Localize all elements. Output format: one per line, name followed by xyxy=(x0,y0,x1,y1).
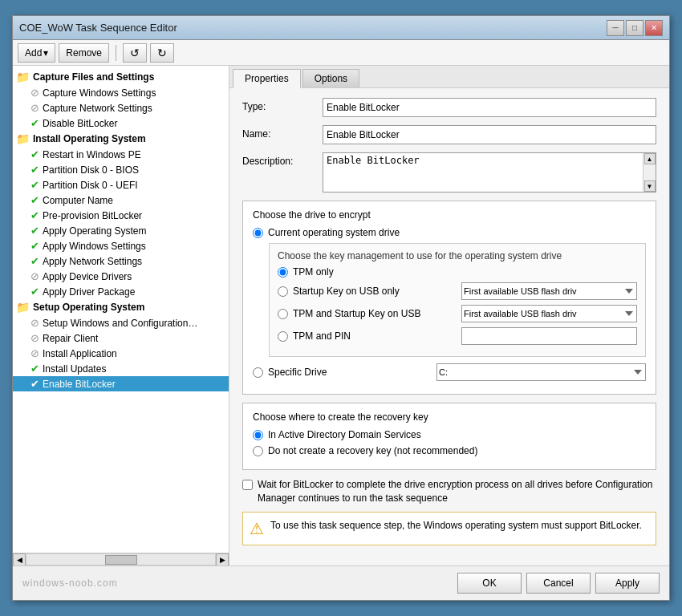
startup-key-usb-radio[interactable] xyxy=(278,286,288,297)
ok-button[interactable]: OK xyxy=(457,573,522,594)
tree-item-label: Enable BitLocker xyxy=(43,379,116,390)
no-recovery-radio[interactable] xyxy=(253,446,263,456)
tree-item-apply-driver-package[interactable]: ✔ Apply Driver Package xyxy=(13,284,229,299)
specific-drive-row: Specific Drive C: xyxy=(253,363,646,381)
scroll-track[interactable] xyxy=(26,553,216,565)
redo-icon: ↻ xyxy=(157,47,167,59)
name-input[interactable] xyxy=(323,125,656,144)
watermark: windows-noob.com xyxy=(22,578,118,589)
description-textarea[interactable] xyxy=(323,153,643,192)
tree-item-install-application[interactable]: ⊘ Install Application xyxy=(13,346,229,361)
tree-item-enable-bitlocker[interactable]: ✔ Enable BitLocker xyxy=(13,376,229,391)
no-recovery-label[interactable]: Do not create a recovery key (not recomm… xyxy=(268,445,477,456)
ok-label: OK xyxy=(482,578,496,589)
sb-down-btn[interactable]: ▼ xyxy=(644,180,656,192)
current-os-drive-label[interactable]: Current operating system drive xyxy=(268,227,400,238)
tpm-pin-input[interactable] xyxy=(461,327,637,345)
scroll-left-btn[interactable]: ◀ xyxy=(13,553,26,566)
sb-up-btn[interactable]: ▲ xyxy=(644,153,656,164)
tree-group-install-os-label: Install Operating System xyxy=(33,133,146,144)
status-icon-green: ✔ xyxy=(30,179,39,191)
left-panel: 📁 Capture Files and Settings ⊘ Capture W… xyxy=(13,66,229,565)
tree-item-install-updates[interactable]: ✔ Install Updates xyxy=(13,361,229,376)
tree-item-label: Apply Operating System xyxy=(43,225,146,237)
tpm-only-radio[interactable] xyxy=(278,267,288,278)
tree-item-apply-network-settings[interactable]: ✔ Apply Network Settings xyxy=(13,253,229,269)
tree-item-capture-windows[interactable]: ⊘ Capture Windows Settings xyxy=(13,85,229,100)
tree-item-label: Pre-provision BitLocker xyxy=(43,210,142,221)
type-input[interactable] xyxy=(323,98,656,117)
tab-properties[interactable]: Properties xyxy=(233,69,301,88)
tree-item-repair-client[interactable]: ⊘ Repair Client xyxy=(13,330,229,346)
maximize-button[interactable]: □ xyxy=(626,20,643,36)
tree-item-restart-pe[interactable]: ✔ Restart in Windows PE xyxy=(13,147,229,162)
tree-group-setup-os[interactable]: 📁 Setup Operating System xyxy=(13,299,229,315)
status-icon-gray: ⊘ xyxy=(30,102,39,114)
tree-item-partition-uefi[interactable]: ✔ Partition Disk 0 - UEFI xyxy=(13,177,229,192)
tab-properties-label: Properties xyxy=(245,73,289,84)
key-mgmt-sub-section: Choose the key management to use for the… xyxy=(269,243,646,357)
tree-item-partition-bios[interactable]: ✔ Partition Disk 0 - BIOS xyxy=(13,162,229,177)
undo-button[interactable]: ↺ xyxy=(123,43,147,63)
status-icon-green: ✔ xyxy=(30,255,39,267)
tpm-startup-usb-select[interactable]: First available USB flash driv xyxy=(461,305,637,322)
tree-item-label: Repair Client xyxy=(43,333,98,344)
specific-drive-label[interactable]: Specific Drive xyxy=(268,367,436,378)
current-os-drive-radio[interactable] xyxy=(253,228,263,238)
add-button[interactable]: Add ▾ xyxy=(18,43,55,63)
close-button[interactable]: ✕ xyxy=(645,20,663,36)
warning-row: ⚠ To use this task sequence step, the Wi… xyxy=(242,512,656,545)
specific-drive-radio[interactable] xyxy=(253,367,263,378)
add-label: Add xyxy=(25,47,42,59)
tree-item-setup-windows[interactable]: ⊘ Setup Windows and Configuration… xyxy=(13,315,229,330)
tab-options[interactable]: Options xyxy=(302,69,359,87)
tpm-only-row: TPM only xyxy=(278,266,637,278)
right-panel: Properties Options Type: Name: xyxy=(229,66,669,565)
tree-item-preprovision-bitlocker[interactable]: ✔ Pre-provision BitLocker xyxy=(13,208,229,223)
status-icon-gray: ⊘ xyxy=(30,87,39,99)
tree-item-apply-os[interactable]: ✔ Apply Operating System xyxy=(13,223,229,238)
description-textarea-wrap: ▲ ▼ xyxy=(323,152,656,192)
left-scrollbar[interactable]: ◀ ▶ xyxy=(13,553,229,565)
minimize-button[interactable]: ─ xyxy=(607,20,624,36)
tpm-startup-usb-radio[interactable] xyxy=(278,309,288,319)
active-directory-label[interactable]: In Active Directory Domain Services xyxy=(268,429,421,440)
remove-button[interactable]: Remove xyxy=(59,43,109,63)
redo-button[interactable]: ↻ xyxy=(150,43,174,63)
scroll-right-btn[interactable]: ▶ xyxy=(216,553,229,566)
tree-item-label: Apply Driver Package xyxy=(43,286,135,298)
tree-item-apply-device-drivers[interactable]: ⊘ Apply Device Drivers xyxy=(13,269,229,284)
name-label: Name: xyxy=(242,125,323,140)
tree-item-apply-windows-settings[interactable]: ✔ Apply Windows Settings xyxy=(13,238,229,253)
bottom-buttons: OK Cancel Apply xyxy=(457,573,660,594)
no-recovery-row: Do not create a recovery key (not recomm… xyxy=(253,445,646,456)
wait-checkbox[interactable] xyxy=(242,480,253,490)
startup-key-usb-row: Startup Key on USB only First available … xyxy=(278,282,637,300)
specific-drive-select[interactable]: C: xyxy=(436,363,646,381)
startup-key-usb-select[interactable]: First available USB flash driv xyxy=(461,282,637,300)
properties-panel: Type: Name: Description: ▲ xyxy=(229,88,669,565)
startup-key-usb-label[interactable]: Startup Key on USB only xyxy=(293,286,461,297)
tree-item-capture-network[interactable]: ⊘ Capture Network Settings xyxy=(13,100,229,116)
tpm-pin-label[interactable]: TPM and PIN xyxy=(293,330,461,342)
tree-item-disable-bitlocker[interactable]: ✔ Disable BitLocker xyxy=(13,116,229,131)
tree-item-computer-name[interactable]: ✔ Computer Name xyxy=(13,192,229,208)
tree-area[interactable]: 📁 Capture Files and Settings ⊘ Capture W… xyxy=(13,66,229,553)
tree-group-install-os[interactable]: 📁 Install Operating System xyxy=(13,131,229,147)
tree-group-setup-os-label: Setup Operating System xyxy=(33,302,144,313)
tab-options-label: Options xyxy=(315,73,347,84)
cancel-button[interactable]: Cancel xyxy=(526,573,591,594)
tree-item-label: Install Updates xyxy=(43,363,106,375)
tpm-only-label[interactable]: TPM only xyxy=(293,266,334,278)
wait-checkbox-label[interactable]: Wait for BitLocker to complete the drive… xyxy=(258,478,656,505)
description-row: Description: ▲ ▼ xyxy=(242,152,656,192)
tree-item-label: Capture Network Settings xyxy=(43,103,152,114)
active-directory-radio[interactable] xyxy=(253,430,263,440)
tree-group-capture[interactable]: 📁 Capture Files and Settings xyxy=(13,69,229,85)
tpm-pin-radio[interactable] xyxy=(278,331,288,342)
wait-checkbox-row: Wait for BitLocker to complete the drive… xyxy=(242,478,656,505)
tpm-startup-usb-label[interactable]: TPM and Startup Key on USB xyxy=(293,308,461,319)
folder-icon-capture: 📁 xyxy=(16,71,30,83)
apply-button[interactable]: Apply xyxy=(595,573,660,594)
key-mgmt-title: Choose the key management to use for the… xyxy=(278,250,637,261)
